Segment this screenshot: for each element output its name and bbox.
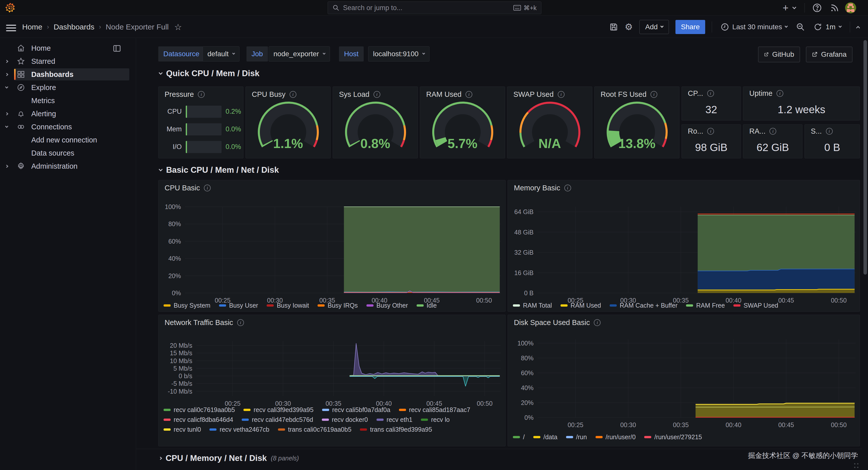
- legend-label: recv vetha2467cb: [219, 426, 269, 433]
- legend-item[interactable]: /run/user/0: [595, 434, 636, 441]
- section-quick-cpu-mem-disk[interactable]: Quick CPU / Mem / Disk: [159, 68, 259, 78]
- info-icon[interactable]: i: [289, 91, 297, 98]
- dock-menu-icon[interactable]: [113, 44, 121, 53]
- legend-item[interactable]: trans cali0c7619aa0b5: [278, 426, 351, 433]
- variable-value-host[interactable]: localhost:9100: [368, 47, 430, 61]
- grafana-link-button[interactable]: Grafana: [806, 47, 852, 62]
- save-dashboard-icon[interactable]: [609, 23, 618, 31]
- sidebar-item-data-sources[interactable]: Data sources: [0, 147, 136, 159]
- new-button[interactable]: +: [780, 3, 791, 12]
- sidebar-item-metrics[interactable]: Metrics: [0, 94, 136, 107]
- help-icon[interactable]: [812, 3, 822, 13]
- info-icon[interactable]: i: [198, 91, 205, 98]
- chart-plot-area[interactable]: 0 B16 GiB32 GiB48 GiB64 GiB00:2500:3000:…: [508, 180, 860, 312]
- legend-item[interactable]: recv cali0c7619aa0b5: [163, 406, 235, 413]
- zoom-out-time-icon[interactable]: [796, 23, 805, 31]
- legend-swatch: [595, 436, 602, 438]
- chart-plot-area[interactable]: 0%20%40%60%80%100%00:2500:3000:3500:4000…: [508, 315, 860, 446]
- legend-item[interactable]: SWAP Used: [734, 302, 778, 309]
- section-basic-cpu-mem-net-disk[interactable]: Basic CPU / Mem / Net / Disk: [159, 165, 279, 175]
- legend-item[interactable]: recv vetha2467cb: [210, 426, 269, 433]
- svg-text:5 Mb/s: 5 Mb/s: [174, 365, 192, 372]
- github-link-button[interactable]: GitHub: [758, 47, 800, 62]
- new-menu-chevron-icon[interactable]: [793, 5, 797, 9]
- legend-item[interactable]: Busy User: [219, 302, 258, 309]
- legend-item[interactable]: RAM Free: [686, 302, 725, 309]
- info-icon[interactable]: i: [465, 91, 472, 98]
- info-icon[interactable]: i: [770, 128, 776, 135]
- share-button[interactable]: Share: [676, 20, 706, 34]
- info-icon[interactable]: i: [707, 90, 714, 97]
- info-icon[interactable]: i: [707, 128, 714, 135]
- legend-item[interactable]: Busy Other: [367, 302, 408, 309]
- search-input[interactable]: Search or jump to... ⌘+k: [328, 1, 541, 14]
- legend-item[interactable]: /: [513, 434, 525, 441]
- resize-dots: [854, 467, 856, 468]
- sidebar-item-administration[interactable]: Administration: [0, 159, 136, 173]
- legend-item[interactable]: trans cali3f9ed399a95: [360, 426, 432, 433]
- collapse-toolbar-chevron-icon[interactable]: [856, 26, 860, 30]
- legend-label: /run: [576, 434, 587, 441]
- legend-item[interactable]: /data: [533, 434, 558, 441]
- sidebar-item-explore[interactable]: Explore: [0, 81, 136, 94]
- legend-item[interactable]: Busy Iowait: [267, 302, 309, 309]
- variable-value-datasource[interactable]: default: [203, 47, 240, 61]
- legend-item[interactable]: Idle: [416, 302, 437, 309]
- sidebar-chevron-icon[interactable]: [5, 60, 8, 63]
- section-cpu-memory-net-disk-collapsed[interactable]: CPU / Memory / Net / Disk (8 panels): [159, 453, 299, 463]
- sidebar-chevron-icon[interactable]: [5, 124, 8, 128]
- legend-item[interactable]: recv cali3f9ed399a95: [244, 406, 313, 413]
- grafana-logo[interactable]: [4, 2, 16, 13]
- legend-item[interactable]: recv docker0: [322, 416, 368, 423]
- scrollbar[interactable]: [864, 38, 867, 470]
- user-avatar[interactable]: [845, 2, 857, 13]
- legend-item[interactable]: RAM Cache + Buffer: [610, 302, 678, 309]
- legend-item[interactable]: /run: [566, 434, 587, 441]
- legend-item[interactable]: recv cali85ad187aac7: [399, 406, 470, 413]
- legend-item[interactable]: recv cali5bf0a7daf0a: [322, 406, 391, 413]
- legend-item[interactable]: recv calicf8dba646d4: [163, 416, 233, 423]
- sidebar-item-starred[interactable]: Starred: [0, 55, 136, 68]
- legend-item[interactable]: recv eth1: [376, 416, 412, 423]
- breadcrumb-home[interactable]: Home: [22, 23, 42, 31]
- info-icon[interactable]: i: [826, 128, 833, 135]
- sidebar-item-add-new-connection[interactable]: Add new connection: [0, 134, 136, 147]
- legend-item[interactable]: RAM Used: [560, 302, 601, 309]
- sidebar-item-connections[interactable]: Connections: [0, 120, 136, 134]
- legend-item[interactable]: recv tunl0: [163, 426, 201, 433]
- info-icon[interactable]: i: [558, 91, 564, 98]
- legend-item[interactable]: Busy System: [163, 302, 211, 309]
- info-icon[interactable]: i: [776, 90, 783, 97]
- legend-swatch: [367, 304, 373, 306]
- dashboard-settings-gear-icon[interactable]: ⚙: [625, 22, 633, 32]
- pressure-row-label: CPU: [158, 108, 182, 116]
- mega-menu-toggle[interactable]: [6, 23, 16, 33]
- sidebar-chevron-icon[interactable]: [5, 165, 8, 168]
- breadcrumb-dashboards[interactable]: Dashboards: [54, 23, 94, 31]
- svg-text:40%: 40%: [168, 255, 181, 262]
- refresh-picker[interactable]: 1m: [811, 20, 843, 34]
- legend-label: recv calicf8dba646d4: [174, 416, 233, 423]
- legend-item[interactable]: Busy IRQs: [317, 302, 358, 309]
- legend-label: RAM Cache + Buffer: [620, 302, 678, 309]
- time-range-picker[interactable]: Last 30 minutes: [718, 20, 789, 34]
- variable-value-job[interactable]: node_exporter: [269, 47, 330, 61]
- news-rss-icon[interactable]: [830, 3, 840, 13]
- pressure-row-mem: Mem0.0%: [158, 123, 243, 136]
- legend-item[interactable]: /run/user/279215: [644, 434, 702, 441]
- info-icon[interactable]: i: [373, 91, 380, 98]
- sidebar-chevron-icon[interactable]: [5, 73, 8, 76]
- chart-plot-area[interactable]: 0%20%40%60%80%100%00:2500:3000:3500:4000…: [158, 180, 506, 312]
- legend-item[interactable]: recv lo: [421, 416, 450, 423]
- legend-item[interactable]: recv calid47ebdc576d: [242, 416, 313, 423]
- add-button[interactable]: Add: [640, 20, 669, 34]
- sidebar-item-dashboards[interactable]: Dashboards: [0, 68, 136, 81]
- sidebar-chevron-icon[interactable]: [5, 112, 8, 116]
- sidebar-item-alerting[interactable]: Alerting: [0, 107, 136, 120]
- sidebar-chevron-icon[interactable]: [5, 85, 8, 88]
- favorite-star-icon[interactable]: ☆: [174, 22, 182, 32]
- legend-item[interactable]: RAM Total: [513, 302, 552, 309]
- legend-label: SWAP Used: [744, 302, 778, 309]
- scrollbar-thumb[interactable]: [864, 40, 867, 274]
- info-icon[interactable]: i: [651, 91, 657, 98]
